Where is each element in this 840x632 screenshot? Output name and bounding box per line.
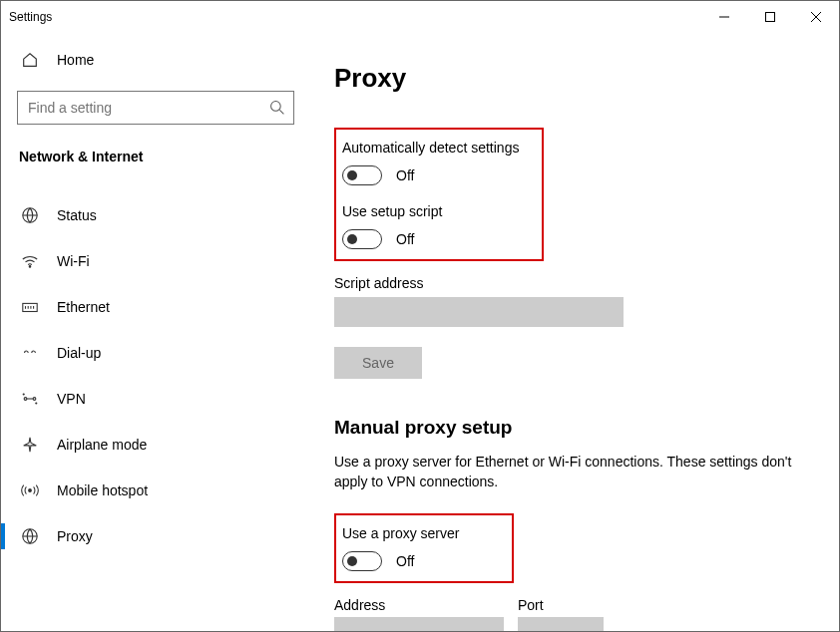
svg-point-24 <box>29 489 32 492</box>
sidebar: Home Network & Internet Status <box>1 33 310 631</box>
highlight-box-manual: Use a proxy server Off <box>334 513 514 583</box>
close-button[interactable] <box>793 1 839 33</box>
auto-detect-toggle[interactable] <box>342 165 382 185</box>
svg-point-8 <box>29 266 30 267</box>
script-address-label: Script address <box>334 275 815 291</box>
sidebar-item-label: Dial-up <box>57 345 101 361</box>
svg-line-5 <box>279 110 283 114</box>
window-title: Settings <box>9 10 52 24</box>
hotspot-icon <box>21 481 39 499</box>
sidebar-item-label: Airplane mode <box>57 437 147 453</box>
port-input <box>518 617 604 631</box>
sidebar-item-vpn[interactable]: VPN <box>1 376 310 422</box>
svg-point-23 <box>36 403 37 404</box>
svg-rect-9 <box>23 303 37 311</box>
sidebar-item-label: Mobile hotspot <box>57 482 148 498</box>
sidebar-item-label: Status <box>57 207 97 223</box>
dialup-icon <box>21 344 39 362</box>
svg-point-4 <box>271 102 281 112</box>
use-proxy-label: Use a proxy server <box>342 525 498 541</box>
settings-window: Settings Home Netw <box>0 0 840 632</box>
use-script-label: Use setup script <box>342 203 528 219</box>
svg-point-20 <box>33 398 36 401</box>
sidebar-item-label: Proxy <box>57 528 93 544</box>
search-icon <box>269 100 285 116</box>
svg-point-22 <box>23 394 24 395</box>
highlight-box-auto: Automatically detect settings Off Use se… <box>334 128 544 261</box>
status-icon <box>21 206 39 224</box>
use-script-state: Off <box>396 231 414 247</box>
home-icon <box>21 51 39 69</box>
search-input[interactable] <box>28 100 269 116</box>
sidebar-item-label: Wi-Fi <box>57 253 90 269</box>
sidebar-item-proxy[interactable]: Proxy <box>1 513 310 559</box>
auto-detect-label: Automatically detect settings <box>342 140 528 156</box>
sidebar-item-label: VPN <box>57 391 86 407</box>
airplane-icon <box>21 436 39 454</box>
vpn-icon <box>21 390 39 408</box>
minimize-button[interactable] <box>701 1 747 33</box>
address-input <box>334 617 504 631</box>
sidebar-item-dialup[interactable]: Dial-up <box>1 330 310 376</box>
sidebar-item-label: Ethernet <box>57 299 110 315</box>
svg-rect-1 <box>766 13 775 22</box>
auto-detect-state: Off <box>396 167 414 183</box>
address-label: Address <box>334 597 504 613</box>
manual-header: Manual proxy setup <box>334 417 815 439</box>
sidebar-item-status[interactable]: Status <box>1 192 310 238</box>
maximize-button[interactable] <box>747 1 793 33</box>
script-address-input <box>334 297 624 327</box>
page-title: Proxy <box>334 63 815 94</box>
port-label: Port <box>518 597 604 613</box>
wifi-icon <box>21 252 39 270</box>
titlebar: Settings <box>1 1 839 33</box>
home-label: Home <box>57 52 94 68</box>
content-pane: Proxy Automatically detect settings Off … <box>310 33 839 631</box>
use-proxy-state: Off <box>396 553 414 569</box>
save-button: Save <box>334 347 422 379</box>
sidebar-item-ethernet[interactable]: Ethernet <box>1 284 310 330</box>
manual-desc: Use a proxy server for Ethernet or Wi-Fi… <box>334 453 793 491</box>
use-script-toggle[interactable] <box>342 229 382 249</box>
home-nav[interactable]: Home <box>1 49 310 83</box>
proxy-icon <box>21 527 39 545</box>
use-proxy-toggle[interactable] <box>342 551 382 571</box>
sidebar-item-airplane[interactable]: Airplane mode <box>1 422 310 468</box>
svg-point-19 <box>24 398 27 401</box>
ethernet-icon <box>21 298 39 316</box>
sidebar-item-hotspot[interactable]: Mobile hotspot <box>1 468 310 513</box>
section-title: Network & Internet <box>1 145 310 178</box>
search-box[interactable] <box>17 91 294 125</box>
sidebar-item-wifi[interactable]: Wi-Fi <box>1 238 310 284</box>
